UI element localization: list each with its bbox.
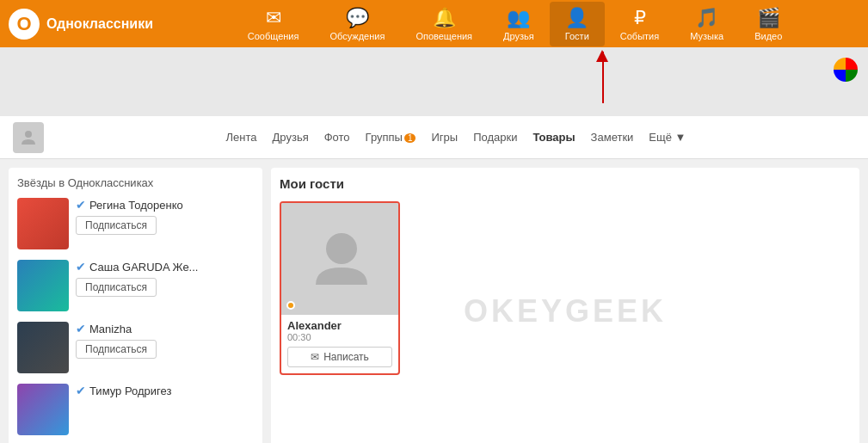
star-name-1: ✔ Регина Тодоренко (76, 198, 254, 212)
subscribe-btn-3[interactable]: Подписаться (76, 340, 157, 359)
star-info-2: ✔ Саша GARUDA Же... Подписаться (76, 260, 254, 297)
guest-avatar-icon (307, 225, 376, 293)
star-avatar-3[interactable] (17, 322, 69, 373)
guest-info: Alexander 00:30 ✉ Написать (281, 315, 398, 373)
guest-photo (281, 203, 400, 315)
guest-time: 00:30 (287, 332, 392, 342)
nav-discussions[interactable]: 💬 Обсуждения (314, 2, 400, 46)
friends-icon: 👥 (507, 7, 530, 29)
sidebar-title: Звёзды в Одноклассниках (17, 176, 254, 189)
nav-friends[interactable]: 👥 Друзья (488, 2, 550, 46)
verified-icon-3: ✔ (76, 322, 86, 335)
nav-link-goods[interactable]: Товары (532, 131, 575, 144)
events-icon: ₽ (634, 7, 646, 29)
user-silhouette-icon (18, 127, 39, 148)
groups-badge: 1 (404, 133, 416, 143)
nav-items: ✉ Сообщения 💬 Обсуждения 🔔 Оповещения 👥 … (170, 2, 859, 46)
arrow-line (602, 52, 604, 103)
nav-messages[interactable]: ✉ Сообщения (232, 2, 315, 46)
logo-icon: О (9, 9, 40, 40)
discussions-icon: 💬 (346, 7, 369, 29)
nav-link-feed[interactable]: Лента (226, 131, 257, 144)
star-name-3: ✔ Manizha (76, 322, 254, 335)
profile-nav-links: Лента Друзья Фото Группы1 Игры Подарки Т… (57, 131, 855, 144)
sidebar: Звёзды в Одноклассниках ✔ Регина Тодорен… (9, 168, 262, 443)
nav-link-friends[interactable]: Друзья (273, 131, 309, 144)
verified-icon-2: ✔ (76, 260, 86, 274)
nav-guests[interactable]: 👤 Гости (550, 2, 605, 46)
notifications-icon: 🔔 (433, 7, 456, 29)
star-avatar-1[interactable] (17, 198, 69, 249)
star-name-4: ✔ Тимур Родригез (76, 384, 254, 397)
video-label: Видео (754, 31, 782, 41)
notifications-label: Оповещения (416, 31, 472, 41)
nav-link-gifts[interactable]: Подарки (473, 131, 517, 144)
music-label: Музыка (690, 31, 723, 41)
message-icon: ✉ (311, 351, 319, 363)
star-item-3: ✔ Manizha Подписаться (17, 322, 254, 373)
guests-label: Гости (565, 31, 589, 41)
nav-video[interactable]: 🎬 Видео (739, 2, 797, 46)
message-button[interactable]: ✉ Написать (287, 347, 392, 367)
events-label: События (620, 31, 659, 41)
star-avatar-4[interactable] (17, 384, 69, 435)
profile-avatar[interactable] (13, 122, 44, 153)
nav-link-notes[interactable]: Заметки (591, 131, 634, 144)
nav-link-games[interactable]: Игры (431, 131, 458, 144)
color-circle-icon (834, 58, 858, 82)
star-item-1: ✔ Регина Тодоренко Подписаться (17, 198, 254, 249)
right-content: Мои гости OKEYGEEK Alexander 00:30 ✉ Нап… (271, 168, 859, 443)
star-avatar-2[interactable] (17, 260, 69, 311)
star-name-2: ✔ Саша GARUDA Же... (76, 260, 254, 274)
svg-point-1 (326, 233, 357, 264)
verified-icon-4: ✔ (76, 384, 86, 397)
star-info-1: ✔ Регина Тодоренко Подписаться (76, 198, 254, 235)
logo-text: Одноклассники (46, 16, 153, 32)
subscribe-btn-1[interactable]: Подписаться (76, 216, 157, 235)
friends-label: Друзья (503, 31, 534, 41)
arrow-area (0, 47, 868, 116)
messages-label: Сообщения (248, 31, 299, 41)
messages-icon: ✉ (266, 7, 281, 29)
subscribe-btn-2[interactable]: Подписаться (76, 278, 157, 297)
guest-name: Alexander (287, 319, 392, 332)
online-indicator (286, 301, 295, 310)
guests-icon: 👤 (565, 7, 588, 29)
nav-notifications[interactable]: 🔔 Оповещения (400, 2, 488, 46)
nav-link-photos[interactable]: Фото (324, 131, 350, 144)
guest-card[interactable]: Alexander 00:30 ✉ Написать (280, 201, 400, 375)
nav-music[interactable]: 🎵 Музыка (674, 2, 739, 46)
discussions-label: Обсуждения (329, 31, 385, 41)
section-title: Мои гости (280, 176, 851, 191)
verified-icon-1: ✔ (76, 198, 86, 212)
star-item-4: ✔ Тимур Родригез (17, 384, 254, 435)
profile-navigation: Лента Друзья Фото Группы1 Игры Подарки Т… (0, 116, 868, 159)
nav-link-groups[interactable]: Группы1 (366, 131, 416, 144)
nav-link-more[interactable]: Ещё ▼ (649, 131, 686, 144)
music-icon: 🎵 (695, 7, 718, 29)
nav-events[interactable]: ₽ События (605, 2, 674, 46)
watermark: OKEYGEEK (464, 293, 667, 329)
main-content: Звёзды в Одноклассниках ✔ Регина Тодорен… (0, 159, 868, 443)
svg-point-0 (25, 131, 32, 138)
logo-area[interactable]: О Одноклассники (9, 9, 153, 40)
star-item-2: ✔ Саша GARUDA Же... Подписаться (17, 260, 254, 311)
video-icon: 🎬 (757, 7, 780, 29)
top-navigation: О Одноклассники ✉ Сообщения 💬 Обсуждения… (0, 0, 868, 47)
star-info-4: ✔ Тимур Родригез (76, 384, 254, 402)
star-info-3: ✔ Manizha Подписаться (76, 322, 254, 359)
